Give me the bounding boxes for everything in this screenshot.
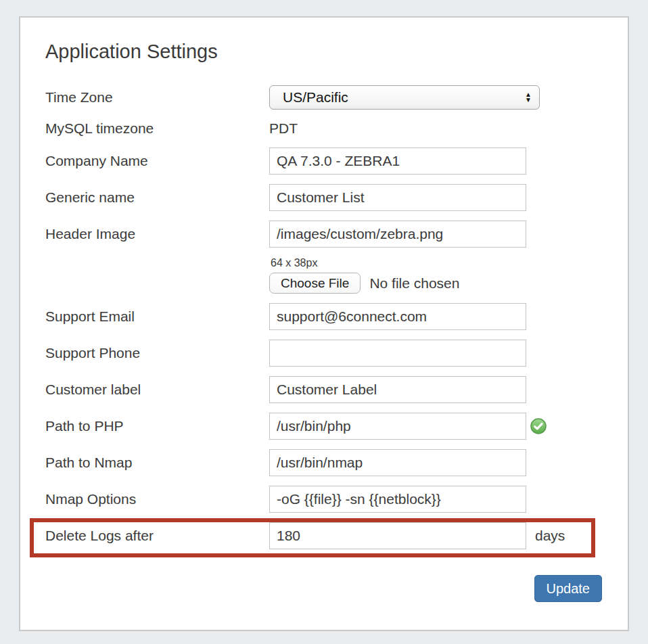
form-row-generic-name: Generic name: [45, 184, 602, 211]
time-zone-selected-value: US/Pacific: [283, 89, 525, 106]
select-arrows-icon: ▲ ▼: [525, 92, 532, 103]
form-row-path-nmap: Path to Nmap: [45, 449, 602, 476]
header-image-input[interactable]: [269, 221, 526, 248]
nmap-options-label: Nmap Options: [45, 491, 269, 507]
choose-file-button[interactable]: Choose File: [269, 273, 361, 294]
file-status-text: No file chosen: [369, 275, 459, 292]
time-zone-label: Time Zone: [45, 89, 269, 106]
form-row-nmap-options: Nmap Options: [45, 486, 602, 513]
form-row-delete-logs: Delete Logs after days: [45, 522, 602, 549]
update-button[interactable]: Update: [534, 575, 603, 602]
page-title: Application Settings: [45, 41, 602, 63]
path-php-input[interactable]: [269, 413, 526, 440]
mysql-timezone-value: PDT: [269, 119, 298, 138]
company-name-input[interactable]: [269, 147, 526, 175]
file-input-row: Choose File No file chosen: [269, 273, 602, 294]
support-email-input[interactable]: [269, 303, 526, 330]
support-phone-label: Support Phone: [45, 345, 269, 361]
form-row-path-php: Path to PHP: [45, 413, 602, 440]
form-row-support-email: Support Email: [45, 303, 602, 330]
form-row-support-phone: Support Phone: [45, 340, 602, 367]
generic-name-input[interactable]: [269, 184, 526, 211]
header-image-label: Header Image: [45, 226, 269, 242]
application-settings-card: Application Settings Time Zone US/Pacifi…: [19, 16, 629, 631]
days-suffix: days: [535, 528, 565, 544]
header-image-upload-block: 64 x 38px Choose File No file chosen: [269, 257, 602, 294]
customer-label-input[interactable]: [269, 376, 526, 403]
path-php-label: Path to PHP: [45, 418, 269, 434]
form-row-mysql-timezone: MySQL timezone PDT: [45, 119, 602, 138]
delete-logs-label: Delete Logs after: [45, 528, 269, 544]
form-row-time-zone: Time Zone US/Pacific ▲ ▼: [45, 85, 602, 110]
form-row-customer-label: Customer label: [45, 376, 602, 403]
generic-name-label: Generic name: [45, 189, 269, 206]
mysql-timezone-label: MySQL timezone: [45, 120, 269, 137]
form-row-header-image: Header Image: [45, 221, 602, 248]
path-nmap-label: Path to Nmap: [45, 455, 269, 471]
chevron-down-icon: ▼: [525, 97, 532, 103]
nmap-options-input[interactable]: [269, 486, 526, 513]
customer-label-label: Customer label: [45, 382, 269, 398]
support-phone-input[interactable]: [269, 340, 526, 367]
path-nmap-input[interactable]: [269, 449, 526, 476]
form-actions: Update: [45, 575, 602, 602]
form-row-company-name: Company Name: [45, 147, 602, 175]
company-name-label: Company Name: [45, 153, 269, 169]
image-size-hint: 64 x 38px: [271, 257, 602, 269]
support-email-label: Support Email: [45, 308, 269, 325]
success-check-icon: [530, 418, 547, 434]
time-zone-select[interactable]: US/Pacific ▲ ▼: [269, 85, 540, 110]
delete-logs-input[interactable]: [269, 522, 526, 549]
